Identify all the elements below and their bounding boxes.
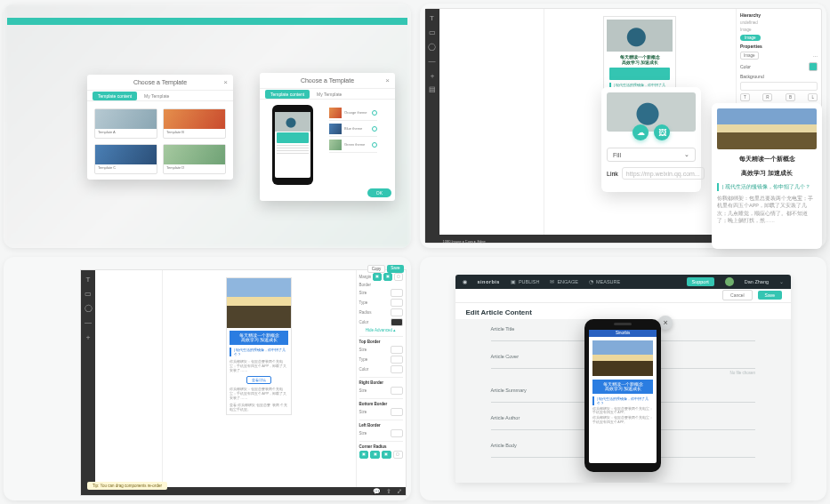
plus-icon[interactable]: ＋ [428,71,437,80]
prop-radius: Radius [359,310,372,315]
close-icon[interactable]: × [223,78,228,86]
lb-size-input[interactable] [391,429,403,437]
corner-toggle[interactable]: ▣ [382,451,391,459]
corner-toggle[interactable]: ▢ [393,451,403,459]
sidelist-label: Orange theme [344,110,369,115]
nav-engage[interactable]: ✉ENGAGE [550,279,578,284]
modal-title: Choose a Template [87,75,233,91]
tab-my-template[interactable]: My Template [311,90,347,99]
fit-select[interactable]: Fill ⌄ [607,148,696,162]
preview-body: 你我都绑架：包里总要装两个充电宝；手机里有四五个APP。 [592,416,653,425]
save-button[interactable]: Save [387,265,403,273]
hierarchy-item[interactable]: undefined [740,20,758,25]
corner-toggle[interactable]: ▣ [359,451,369,459]
upload-image-button[interactable]: ☁ [633,124,649,140]
chevron-down-icon[interactable]: ⌄ [779,279,784,284]
save-button[interactable]: Save [758,291,782,300]
preview-title-band: 每天精读一个新概念 高效学习 加速成长 [230,331,288,345]
padding-b-icon[interactable]: B [786,93,795,101]
sidelist-item[interactable]: Orange theme [329,105,377,121]
cancel-button[interactable]: Cancel [722,290,753,300]
cta-button[interactable]: 查看详情 [246,376,271,384]
property-input[interactable] [740,82,818,91]
article-preview-popover: 每天精读一个新概念 高效学习 加速成长 | 现代生活的慢镜像，你中招了几个？ 你… [712,103,822,249]
radius-input[interactable] [391,308,403,316]
template-label: Template B [164,129,225,138]
tab-template-content[interactable]: Template content [265,90,310,99]
tb-size-input[interactable] [391,346,403,354]
support-button[interactable]: Support [687,277,714,286]
template-grid: Template A Template B Template C Templat… [87,101,233,181]
close-icon[interactable]: × [385,76,390,84]
inspector: Margin ▣▣▢ Border Size Type Radius Color… [356,270,406,496]
phone-screen [275,112,310,178]
shape-tool-icon[interactable]: ◯ [84,304,93,313]
brand-logo[interactable]: ◉ [463,279,467,284]
section-top-border: Top Border [359,336,403,344]
prop-color: Color [359,320,369,324]
rb-size-input[interactable] [391,387,403,395]
publish-icon: ▣ [511,279,516,284]
copy-button[interactable]: Copy [367,265,386,273]
text-tool-icon[interactable]: T [428,14,437,23]
hierarchy-item[interactable]: Image [740,28,752,32]
tab-template-content[interactable]: Template content [93,92,137,100]
padding-t-icon[interactable]: T [740,93,750,101]
line-tool-icon[interactable]: — [84,318,93,327]
color-swatch[interactable] [809,62,818,71]
padding-r-icon[interactable]: R [762,93,772,101]
image-tool-icon[interactable]: ▭ [428,28,437,37]
template-card[interactable]: Template D [163,144,226,174]
popover-image: ☁ 🖼 [607,92,696,132]
phone-preview-overlay: Sinorbis 每天精读一个新概念 高效学习 加速成长 | 现代生活的慢镜像，… [584,319,661,472]
image-tool-icon[interactable]: ▭ [84,290,93,299]
text-tool-icon[interactable]: T [84,276,93,284]
radio-icon[interactable] [372,110,377,116]
chat-icon[interactable]: 💬 [373,488,381,495]
phone-notch [614,323,632,325]
size-input[interactable] [391,289,403,297]
corner-toggle[interactable]: ▣ [370,451,380,459]
upload-icon[interactable]: ⇪ [386,488,391,495]
tb-type-input[interactable] [391,356,403,364]
preview-title-2: 高效学习 加速成长 [231,338,286,342]
expand-icon[interactable]: ⤢ [397,488,402,495]
line-tool-icon[interactable]: — [428,57,437,66]
radio-icon[interactable] [372,142,377,148]
bg-label: Background [740,74,764,79]
section-tool-icon[interactable]: ▤ [428,85,437,94]
template-card[interactable]: Template B [163,108,226,139]
tab-my-template[interactable]: My Template [139,92,174,100]
nav-publish[interactable]: ▣PUBLISH [511,279,540,284]
link-input[interactable]: https://mp.weixin.qq.com... [622,167,705,180]
radio-icon[interactable] [372,126,377,132]
tb-color: Color [359,367,369,372]
hierarchy-pill[interactable]: Image [740,35,761,41]
sidelist-item[interactable]: Blue theme [329,121,377,137]
template-modal-left: Choose a Template × Template content My … [87,75,233,180]
pick-image-button[interactable]: 🖼 [654,124,670,140]
plus-icon[interactable]: ＋ [84,332,93,341]
sidelist-item[interactable]: Green theme [329,137,377,153]
template-card[interactable]: Template C [94,144,157,174]
popover-body: 你我都绑架：包里总要装两个充电宝；手机里有四五个APP，卸载了又安装了几次；几点… [717,195,817,224]
template-card[interactable]: Template A [94,108,157,139]
tb-color-input[interactable] [391,365,403,373]
section-corner-radius: Corner Radius [359,441,403,449]
prop-type: Type [359,300,368,305]
type-input[interactable] [391,299,403,307]
preview-body: 你我都绑架：包里总要装两个充电宝；手机里有四五个APP，卸载了又安装了…… [230,387,288,401]
popover-hero-image [717,108,817,149]
bb-size-input[interactable] [391,408,403,416]
avatar[interactable] [725,277,734,286]
tag-input[interactable]: Image [740,52,759,60]
confirm-button[interactable]: OK [367,188,391,197]
canvas[interactable]: 每天精读一个新概念 高效学习 加速成长 | 现代生活的慢镜像，你中招了几个？ 你… [163,270,356,496]
preview-body: 你我都绑架：包里总要装两个充电宝；手机里有四五个APP，卸载了又安装了…… [230,359,288,373]
shape-tool-icon[interactable]: ◯ [428,43,437,52]
hide-advanced-toggle[interactable]: Hide Advanced ▴ [359,328,403,332]
nav-measure[interactable]: ◔MEASURE [589,279,620,284]
color-input[interactable] [391,318,403,326]
popover-title-2: 高效学习 加速成长 [717,169,817,178]
padding-l-icon[interactable]: L [808,93,818,101]
